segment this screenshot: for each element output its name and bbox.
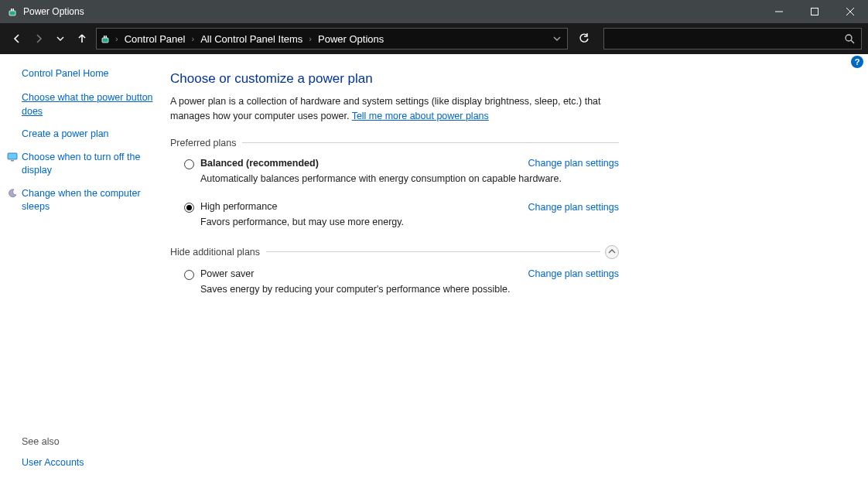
chevron-down-icon[interactable] (553, 35, 561, 43)
chevron-right-icon[interactable]: › (307, 34, 313, 43)
window-title: Power Options (23, 6, 84, 17)
power-options-icon (97, 33, 114, 44)
svg-rect-9 (106, 36, 108, 38)
plan-title[interactable]: Balanced (recommended) (200, 158, 319, 169)
additional-plans-group: Hide additional plans Power saver Change… (170, 245, 619, 297)
change-plan-settings-link[interactable]: Change plan settings (528, 268, 619, 279)
minimize-button[interactable] (761, 0, 797, 23)
change-plan-settings-link[interactable]: Change plan settings (528, 202, 619, 213)
recent-dropdown-button[interactable] (50, 28, 71, 49)
sidebar: Control Panel Home Choose what the power… (0, 54, 162, 488)
display-icon (7, 152, 18, 162)
learn-more-link[interactable]: Tell me more about power plans (352, 111, 489, 121)
refresh-button[interactable] (572, 28, 596, 49)
svg-rect-7 (102, 38, 108, 43)
chevron-right-icon[interactable]: › (114, 34, 120, 43)
preferred-plans-group: Preferred plans Balanced (recommended) C… (170, 138, 619, 230)
plan-description: Saves energy by reducing your computer's… (200, 283, 619, 297)
svg-rect-4 (812, 9, 818, 15)
window-titlebar: Power Options (0, 0, 868, 23)
plan-high-performance: High performance Change plan settings Fa… (170, 201, 619, 230)
radio-high-performance[interactable] (184, 203, 194, 213)
sidebar-link-turn-off-display[interactable]: Choose when to turn off the display (22, 151, 155, 178)
change-plan-settings-link[interactable]: Change plan settings (528, 158, 619, 169)
chevron-right-icon[interactable]: › (190, 34, 196, 43)
maximize-button[interactable] (797, 0, 832, 23)
sidebar-link-create-plan[interactable]: Create a power plan (22, 128, 155, 142)
search-input[interactable] (603, 28, 862, 49)
radio-power-saver[interactable] (184, 270, 194, 280)
group-label[interactable]: Hide additional plans (170, 247, 266, 258)
up-button[interactable] (71, 28, 93, 49)
power-options-icon (6, 5, 19, 18)
help-icon[interactable]: ? (851, 56, 863, 68)
moon-icon (7, 188, 18, 199)
svg-point-10 (846, 35, 852, 41)
address-bar: › Control Panel › All Control Panel Item… (0, 23, 868, 54)
forward-button[interactable] (28, 28, 50, 49)
sidebar-link-sleep[interactable]: Change when the computer sleeps (22, 187, 155, 214)
breadcrumb-item[interactable]: All Control Panel Items (196, 29, 307, 49)
close-button[interactable] (832, 0, 868, 23)
svg-rect-12 (8, 153, 17, 159)
plan-description: Automatically balances performance with … (200, 172, 619, 186)
svg-rect-1 (11, 9, 12, 11)
plan-description: Favors performance, but may use more ene… (200, 216, 619, 230)
svg-rect-2 (13, 9, 15, 11)
intro-text: A power plan is a collection of hardware… (170, 94, 619, 124)
plan-title[interactable]: Power saver (200, 268, 254, 279)
plan-balanced: Balanced (recommended) Change plan setti… (170, 158, 619, 186)
breadcrumb-item[interactable]: Power Options (313, 29, 388, 49)
plan-title[interactable]: High performance (200, 201, 277, 212)
sidebar-link-user-accounts[interactable]: User Accounts (22, 456, 155, 470)
back-button[interactable] (6, 28, 28, 49)
breadcrumb-item[interactable]: Control Panel (120, 29, 190, 49)
collapse-toggle-button[interactable] (605, 245, 619, 259)
group-label: Preferred plans (170, 138, 242, 148)
plan-power-saver: Power saver Change plan settings Saves e… (170, 268, 619, 297)
sidebar-link-power-button[interactable]: Choose what the power button does (22, 91, 155, 118)
main-content: Choose or customize a power plan A power… (162, 54, 642, 488)
search-icon (844, 33, 855, 44)
control-panel-home-link[interactable]: Control Panel Home (22, 68, 155, 79)
page-heading: Choose or customize a power plan (170, 71, 619, 87)
svg-rect-0 (9, 11, 15, 15)
svg-rect-13 (11, 160, 14, 162)
svg-rect-8 (104, 36, 105, 38)
breadcrumb-bar[interactable]: › Control Panel › All Control Panel Item… (96, 28, 568, 49)
see-also-label: See also (22, 436, 155, 447)
radio-balanced[interactable] (184, 159, 194, 169)
svg-line-11 (851, 40, 854, 43)
